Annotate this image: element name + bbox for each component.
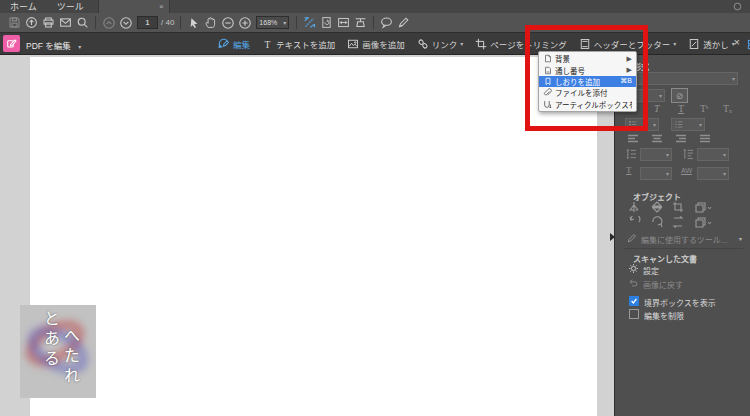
menu-item-add-article-box[interactable]: アーティクルボックスを追加 bbox=[539, 99, 636, 110]
save-icon[interactable] bbox=[6, 14, 23, 31]
fill-sign-pen-icon[interactable] bbox=[395, 14, 412, 31]
tab-tools[interactable]: ツール bbox=[47, 0, 94, 13]
add-image-button[interactable]: 画像を追加 bbox=[347, 38, 405, 50]
crop-pages-button[interactable]: ページをトリミング bbox=[475, 38, 566, 50]
font-color-button[interactable]: ⊘ bbox=[671, 88, 688, 103]
panel-collapse-icon[interactable] bbox=[610, 233, 615, 241]
zoom-out-icon[interactable] bbox=[219, 14, 236, 31]
chevron-down-icon: ▾ bbox=[723, 171, 726, 177]
link-button[interactable]: リンク ▾ bbox=[417, 38, 464, 50]
hand-tool-icon[interactable] bbox=[202, 14, 219, 31]
menu-item-label: 背景 bbox=[555, 53, 624, 64]
underline-icon[interactable]: T bbox=[678, 103, 684, 114]
toolbar-divider bbox=[95, 16, 96, 29]
chevron-down-icon: ▾ bbox=[283, 20, 286, 26]
pdf-page[interactable] bbox=[30, 57, 597, 416]
more-dropdown-menu: 背景 ▶ 通し番号 ▶ しおりを追加 ⌘B ファイルを添付 bbox=[538, 51, 637, 112]
watermark-text-column1: とある bbox=[42, 310, 58, 370]
document-tab-close-icon[interactable]: × bbox=[159, 3, 164, 11]
submenu-arrow-icon: ▶ bbox=[627, 66, 632, 74]
chevron-down-icon: ▾ bbox=[699, 122, 702, 128]
search-icon[interactable] bbox=[74, 14, 91, 31]
chevron-down-icon: ▾ bbox=[673, 41, 676, 47]
object-tools-row2[interactable] bbox=[629, 216, 729, 228]
document-tab[interactable]: × bbox=[98, 0, 170, 13]
upload-cloud-icon[interactable] bbox=[23, 14, 40, 31]
watermark-button[interactable]: 透かし ▾ bbox=[688, 38, 735, 50]
page-total-label: / 40 bbox=[161, 18, 174, 27]
menu-item-label: アーティクルボックスを追加 bbox=[555, 99, 632, 110]
chevron-down-icon: ▾ bbox=[732, 76, 735, 82]
zoom-level-select[interactable]: 168% ▾ bbox=[256, 16, 289, 29]
marquee-zoom-icon[interactable] bbox=[301, 14, 318, 31]
bullet-list-select[interactable]: ▾ bbox=[625, 118, 659, 131]
watermark-text-column2: へたれ bbox=[62, 327, 78, 387]
pencil-icon bbox=[627, 233, 637, 243]
link-label: リンク bbox=[432, 38, 458, 50]
align-buttons-row[interactable] bbox=[627, 134, 735, 144]
email-icon[interactable] bbox=[57, 14, 74, 31]
zoom-in-icon[interactable] bbox=[236, 14, 253, 31]
menu-item-add-bookmark[interactable]: しおりを追加 ⌘B bbox=[539, 76, 636, 87]
toolbar-divider bbox=[296, 16, 297, 29]
select-tool-icon[interactable] bbox=[185, 14, 202, 31]
line-spacing-select[interactable]: ▾ bbox=[640, 148, 672, 161]
show-bounding-box-checkbox[interactable] bbox=[629, 296, 639, 306]
superscript-icon[interactable]: Tˢ bbox=[700, 103, 708, 114]
revert-to-image-label[interactable]: 画像に戻す bbox=[643, 279, 683, 290]
settings-label[interactable]: 設定 bbox=[643, 265, 659, 276]
next-page-icon[interactable] bbox=[117, 14, 134, 31]
toolbar-divider bbox=[180, 16, 181, 29]
document-area[interactable]: とある へたれ bbox=[0, 55, 614, 416]
no-color-icon: ⊘ bbox=[676, 91, 684, 101]
edit-pdf-tool-icon[interactable] bbox=[3, 35, 20, 52]
chevron-down-icon: ▾ bbox=[653, 122, 656, 128]
check-icon bbox=[630, 297, 638, 305]
subscript-icon[interactable]: Tₓ bbox=[723, 103, 732, 114]
chevron-down-icon: ▾ bbox=[666, 171, 669, 177]
comment-icon[interactable] bbox=[378, 14, 395, 31]
edit-tools-label[interactable]: 編集に使用するツール... bbox=[641, 234, 728, 245]
font-family-select[interactable]: ▾ bbox=[625, 72, 738, 85]
reading-mode-icon[interactable] bbox=[352, 14, 369, 31]
scanned-doc-heading: スキャンした文書 bbox=[633, 253, 697, 264]
menu-item-background[interactable]: 背景 ▶ bbox=[539, 53, 636, 64]
gear-icon bbox=[628, 263, 639, 274]
tab-home-label: ホーム bbox=[10, 0, 37, 13]
fit-width-icon[interactable] bbox=[335, 14, 352, 31]
tab-bar: ホーム ツール × bbox=[0, 0, 750, 13]
edit-mode-button[interactable]: 編集 bbox=[218, 38, 250, 50]
numbered-list-select[interactable]: ▾ bbox=[671, 118, 705, 131]
char-spacing-select[interactable]: ▾ bbox=[697, 167, 729, 180]
object-tools-row1[interactable] bbox=[629, 201, 729, 213]
page-number-input[interactable]: 1 bbox=[137, 16, 158, 29]
chevron-down-icon[interactable]: ▾ bbox=[739, 236, 742, 242]
menu-item-attach-file[interactable]: ファイルを添付 bbox=[539, 87, 636, 98]
add-text-button[interactable]: T テキストを追加 bbox=[262, 38, 335, 50]
previous-page-icon[interactable] bbox=[100, 14, 117, 31]
paperclip-icon bbox=[543, 88, 552, 97]
show-bounding-box-label: 境界ボックスを表示 bbox=[644, 297, 716, 308]
paragraph-spacing-icon bbox=[683, 148, 694, 160]
restrict-editing-checkbox[interactable] bbox=[629, 309, 639, 319]
numbering-page-icon bbox=[543, 66, 552, 75]
print-icon[interactable] bbox=[40, 14, 57, 31]
notification-icon[interactable] bbox=[733, 2, 742, 11]
page-number-value: 1 bbox=[145, 18, 149, 27]
chevron-down-icon: ▾ bbox=[78, 44, 81, 50]
close-tool-icon[interactable]: × bbox=[734, 37, 740, 48]
paragraph-spacing-select[interactable]: ▾ bbox=[697, 148, 729, 161]
tab-home[interactable]: ホーム bbox=[0, 0, 47, 13]
char-spacing-icon: AW bbox=[681, 167, 692, 174]
menu-item-bates-numbering[interactable]: 通し番号 ▶ bbox=[539, 64, 636, 75]
edit-pdf-toolbar: PDF を編集 ▾ 編集 T テキストを追加 画像を追加 リンク ▾ bbox=[0, 33, 750, 55]
toolbar-divider bbox=[373, 16, 374, 29]
header-footer-button[interactable]: ヘッダーとフッター ▾ bbox=[579, 38, 677, 50]
edit-pdf-tool-selector[interactable]: PDF を編集 ▾ bbox=[26, 39, 81, 51]
horizontal-scale-select[interactable]: ▾ bbox=[640, 167, 672, 180]
italic-icon[interactable]: T bbox=[654, 103, 660, 114]
crop-pages-label: ページをトリミング bbox=[490, 38, 566, 50]
zoom-level-value: 168% bbox=[259, 19, 277, 26]
menu-item-label: ファイルを添付 bbox=[555, 87, 632, 98]
fit-one-page-icon[interactable] bbox=[318, 14, 335, 31]
